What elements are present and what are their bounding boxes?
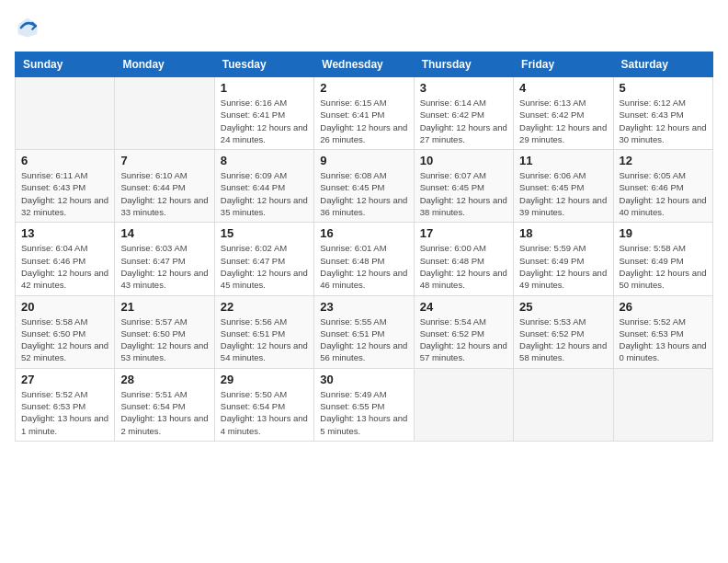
calendar-cell: 29Sunrise: 5:50 AM Sunset: 6:54 PM Dayli… xyxy=(214,368,313,441)
calendar-week-row: 13Sunrise: 6:04 AM Sunset: 6:46 PM Dayli… xyxy=(16,223,713,295)
calendar-cell xyxy=(115,77,214,150)
calendar-cell: 2Sunrise: 6:15 AM Sunset: 6:41 PM Daylig… xyxy=(314,77,414,150)
page-header xyxy=(15,15,713,40)
day-info: Sunrise: 6:10 AM Sunset: 6:44 PM Dayligh… xyxy=(120,169,208,218)
calendar-cell: 8Sunrise: 6:09 AM Sunset: 6:44 PM Daylig… xyxy=(214,150,313,223)
day-info: Sunrise: 5:52 AM Sunset: 6:53 PM Dayligh… xyxy=(620,316,707,364)
day-number: 25 xyxy=(519,300,607,314)
day-number: 20 xyxy=(21,300,108,314)
calendar-cell: 27Sunrise: 5:52 AM Sunset: 6:53 PM Dayli… xyxy=(16,368,115,441)
day-info: Sunrise: 5:54 AM Sunset: 6:52 PM Dayligh… xyxy=(420,316,507,364)
day-info: Sunrise: 6:07 AM Sunset: 6:45 PM Dayligh… xyxy=(420,169,507,218)
calendar-cell: 13Sunrise: 6:04 AM Sunset: 6:46 PM Dayli… xyxy=(16,223,115,295)
day-number: 16 xyxy=(320,226,407,240)
day-number: 5 xyxy=(620,81,707,95)
calendar-cell: 17Sunrise: 6:00 AM Sunset: 6:48 PM Dayli… xyxy=(414,223,513,295)
calendar-header-row: SundayMondayTuesdayWednesdayThursdayFrid… xyxy=(16,52,713,77)
calendar-table: SundayMondayTuesdayWednesdayThursdayFrid… xyxy=(15,52,713,442)
day-info: Sunrise: 5:55 AM Sunset: 6:51 PM Dayligh… xyxy=(320,316,407,364)
calendar-week-row: 1Sunrise: 6:16 AM Sunset: 6:41 PM Daylig… xyxy=(16,77,713,150)
day-info: Sunrise: 5:58 AM Sunset: 6:50 PM Dayligh… xyxy=(21,316,108,364)
day-info: Sunrise: 6:16 AM Sunset: 6:41 PM Dayligh… xyxy=(221,97,308,145)
day-number: 23 xyxy=(320,300,407,314)
calendar-cell: 21Sunrise: 5:57 AM Sunset: 6:50 PM Dayli… xyxy=(115,295,214,368)
day-info: Sunrise: 6:00 AM Sunset: 6:48 PM Dayligh… xyxy=(420,242,507,291)
calendar-cell: 25Sunrise: 5:53 AM Sunset: 6:52 PM Dayli… xyxy=(514,295,613,368)
calendar-cell: 3Sunrise: 6:14 AM Sunset: 6:42 PM Daylig… xyxy=(414,77,513,150)
day-number: 27 xyxy=(21,373,108,386)
day-number: 9 xyxy=(320,154,407,167)
calendar-cell: 9Sunrise: 6:08 AM Sunset: 6:45 PM Daylig… xyxy=(314,150,414,223)
day-info: Sunrise: 5:57 AM Sunset: 6:50 PM Dayligh… xyxy=(120,316,208,364)
calendar-cell: 28Sunrise: 5:51 AM Sunset: 6:54 PM Dayli… xyxy=(115,368,214,441)
weekday-header: Saturday xyxy=(613,52,712,77)
day-info: Sunrise: 6:01 AM Sunset: 6:48 PM Dayligh… xyxy=(320,242,407,291)
day-number: 17 xyxy=(420,226,507,240)
day-info: Sunrise: 5:52 AM Sunset: 6:53 PM Dayligh… xyxy=(21,388,108,437)
day-number: 1 xyxy=(221,81,308,95)
logo-icon xyxy=(15,15,40,40)
calendar-cell: 23Sunrise: 5:55 AM Sunset: 6:51 PM Dayli… xyxy=(314,295,414,368)
weekday-header: Friday xyxy=(514,52,613,77)
calendar-cell xyxy=(16,77,115,150)
day-info: Sunrise: 6:08 AM Sunset: 6:45 PM Dayligh… xyxy=(320,169,407,218)
calendar-cell: 18Sunrise: 5:59 AM Sunset: 6:49 PM Dayli… xyxy=(514,223,613,295)
day-number: 14 xyxy=(120,226,208,240)
day-number: 29 xyxy=(221,373,308,386)
calendar-cell xyxy=(514,368,613,441)
day-number: 19 xyxy=(620,226,707,240)
day-number: 10 xyxy=(420,154,507,167)
calendar-cell: 26Sunrise: 5:52 AM Sunset: 6:53 PM Dayli… xyxy=(613,295,712,368)
weekday-header: Sunday xyxy=(16,52,115,77)
day-info: Sunrise: 5:50 AM Sunset: 6:54 PM Dayligh… xyxy=(221,388,308,437)
day-info: Sunrise: 6:14 AM Sunset: 6:42 PM Dayligh… xyxy=(420,97,507,145)
day-info: Sunrise: 6:09 AM Sunset: 6:44 PM Dayligh… xyxy=(221,169,308,218)
calendar-cell: 30Sunrise: 5:49 AM Sunset: 6:55 PM Dayli… xyxy=(314,368,414,441)
day-number: 18 xyxy=(519,226,607,240)
day-info: Sunrise: 5:58 AM Sunset: 6:49 PM Dayligh… xyxy=(620,242,707,291)
calendar-cell: 22Sunrise: 5:56 AM Sunset: 6:51 PM Dayli… xyxy=(214,295,313,368)
day-info: Sunrise: 6:05 AM Sunset: 6:46 PM Dayligh… xyxy=(620,169,707,218)
day-number: 28 xyxy=(120,373,208,386)
day-number: 3 xyxy=(420,81,507,95)
day-number: 8 xyxy=(221,154,308,167)
calendar-cell: 20Sunrise: 5:58 AM Sunset: 6:50 PM Dayli… xyxy=(16,295,115,368)
calendar-week-row: 27Sunrise: 5:52 AM Sunset: 6:53 PM Dayli… xyxy=(16,368,713,441)
calendar-cell: 24Sunrise: 5:54 AM Sunset: 6:52 PM Dayli… xyxy=(414,295,513,368)
calendar-cell: 6Sunrise: 6:11 AM Sunset: 6:43 PM Daylig… xyxy=(16,150,115,223)
day-number: 22 xyxy=(221,300,308,314)
weekday-header: Monday xyxy=(115,52,214,77)
calendar-cell: 15Sunrise: 6:02 AM Sunset: 6:47 PM Dayli… xyxy=(214,223,313,295)
day-info: Sunrise: 6:13 AM Sunset: 6:42 PM Dayligh… xyxy=(519,97,607,145)
day-info: Sunrise: 6:11 AM Sunset: 6:43 PM Dayligh… xyxy=(21,169,108,218)
calendar-cell: 7Sunrise: 6:10 AM Sunset: 6:44 PM Daylig… xyxy=(115,150,214,223)
day-number: 11 xyxy=(519,154,607,167)
calendar-week-row: 20Sunrise: 5:58 AM Sunset: 6:50 PM Dayli… xyxy=(16,295,713,368)
calendar-cell: 14Sunrise: 6:03 AM Sunset: 6:47 PM Dayli… xyxy=(115,223,214,295)
logo xyxy=(15,15,44,40)
calendar-week-row: 6Sunrise: 6:11 AM Sunset: 6:43 PM Daylig… xyxy=(16,150,713,223)
calendar-cell: 10Sunrise: 6:07 AM Sunset: 6:45 PM Dayli… xyxy=(414,150,513,223)
calendar-cell: 1Sunrise: 6:16 AM Sunset: 6:41 PM Daylig… xyxy=(214,77,313,150)
day-info: Sunrise: 6:15 AM Sunset: 6:41 PM Dayligh… xyxy=(320,97,407,145)
calendar-cell: 4Sunrise: 6:13 AM Sunset: 6:42 PM Daylig… xyxy=(514,77,613,150)
day-number: 15 xyxy=(221,226,308,240)
day-info: Sunrise: 6:12 AM Sunset: 6:43 PM Dayligh… xyxy=(620,97,707,145)
day-number: 30 xyxy=(320,373,407,386)
day-number: 21 xyxy=(120,300,208,314)
day-info: Sunrise: 6:03 AM Sunset: 6:47 PM Dayligh… xyxy=(120,242,208,291)
calendar-cell xyxy=(414,368,513,441)
day-info: Sunrise: 5:56 AM Sunset: 6:51 PM Dayligh… xyxy=(221,316,308,364)
day-info: Sunrise: 5:59 AM Sunset: 6:49 PM Dayligh… xyxy=(519,242,607,291)
calendar-cell: 5Sunrise: 6:12 AM Sunset: 6:43 PM Daylig… xyxy=(613,77,712,150)
day-number: 7 xyxy=(120,154,208,167)
day-info: Sunrise: 6:06 AM Sunset: 6:45 PM Dayligh… xyxy=(519,169,607,218)
day-info: Sunrise: 5:53 AM Sunset: 6:52 PM Dayligh… xyxy=(519,316,607,364)
day-number: 26 xyxy=(620,300,707,314)
calendar-cell: 19Sunrise: 5:58 AM Sunset: 6:49 PM Dayli… xyxy=(613,223,712,295)
day-info: Sunrise: 6:04 AM Sunset: 6:46 PM Dayligh… xyxy=(21,242,108,291)
calendar-cell xyxy=(613,368,712,441)
weekday-header: Thursday xyxy=(414,52,513,77)
weekday-header: Tuesday xyxy=(214,52,313,77)
day-number: 13 xyxy=(21,226,108,240)
